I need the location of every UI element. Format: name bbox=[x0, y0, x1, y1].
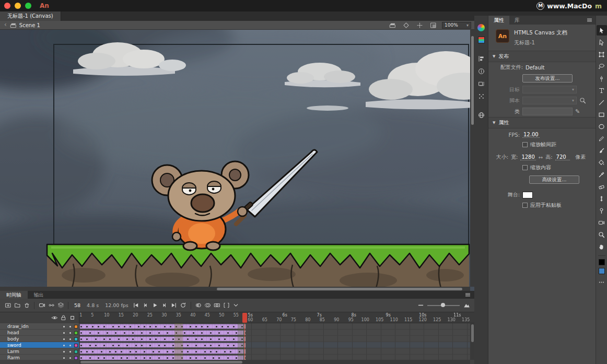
layer-Larm[interactable]: Larm bbox=[0, 348, 79, 355]
selection-tool[interactable] bbox=[597, 25, 607, 36]
scrollbar-thumb[interactable] bbox=[471, 324, 474, 342]
section-publish[interactable]: ▼ 发布 bbox=[488, 51, 596, 62]
onion-skin-button[interactable] bbox=[194, 301, 203, 310]
layer-frames-sword[interactable] bbox=[79, 342, 474, 348]
step-back-button[interactable] bbox=[141, 301, 150, 310]
layer-outline-color[interactable] bbox=[74, 350, 78, 354]
playhead-marker[interactable] bbox=[242, 313, 247, 323]
layer-frames-Larm[interactable] bbox=[79, 348, 474, 355]
tab-library[interactable]: 库 bbox=[509, 16, 525, 25]
panel-menu-icon[interactable] bbox=[586, 16, 593, 25]
tab-timeline[interactable]: 时间轴 bbox=[0, 291, 28, 299]
more-tools-button[interactable] bbox=[597, 277, 607, 287]
timeline-horizontal-scrollbar[interactable] bbox=[79, 360, 470, 364]
close-window-button[interactable] bbox=[4, 3, 10, 9]
back-icon[interactable]: ‹ bbox=[4, 21, 7, 28]
scrollbar-thumb[interactable] bbox=[471, 36, 474, 125]
profile-value[interactable]: Default bbox=[526, 65, 545, 71]
transform-panel-icon[interactable] bbox=[476, 78, 487, 89]
go-to-first-frame-button[interactable] bbox=[132, 301, 141, 310]
onion-skin-outlines-button[interactable] bbox=[203, 301, 213, 310]
layer-outline-color[interactable] bbox=[74, 337, 78, 341]
layer-outline-color[interactable] bbox=[74, 331, 78, 335]
layer-frames-draw_idn[interactable] bbox=[79, 323, 474, 330]
tab-output[interactable]: 输出 bbox=[28, 291, 50, 299]
delete-layer-button[interactable] bbox=[22, 301, 31, 310]
brush-tool[interactable] bbox=[597, 145, 607, 156]
layer-visibility-dot[interactable] bbox=[63, 345, 65, 346]
layer-lock-dot[interactable] bbox=[69, 351, 71, 353]
tween-span[interactable] bbox=[79, 343, 246, 348]
pen-tool[interactable] bbox=[597, 73, 607, 84]
step-forward-button[interactable] bbox=[160, 301, 169, 310]
asset-warp-tool[interactable] bbox=[597, 205, 607, 216]
layer-visibility-dot[interactable] bbox=[63, 357, 65, 359]
eraser-tool[interactable] bbox=[597, 181, 607, 192]
zoom-in-timeline-button[interactable] bbox=[462, 301, 471, 310]
stage-width-value[interactable]: 1280 bbox=[520, 154, 535, 160]
layer-head[interactable]: head bbox=[0, 330, 79, 336]
zoom-out-timeline-button[interactable] bbox=[416, 301, 425, 310]
new-layer-button[interactable] bbox=[3, 301, 13, 310]
color-panel-icon[interactable] bbox=[476, 22, 487, 33]
tween-span[interactable] bbox=[79, 324, 246, 329]
edit-multiple-frames-button[interactable] bbox=[213, 301, 222, 310]
script-select[interactable]: ▾ bbox=[522, 97, 577, 104]
apply-pasteboard-checkbox[interactable] bbox=[522, 203, 528, 208]
tween-span[interactable] bbox=[79, 336, 246, 342]
maximize-window-button[interactable] bbox=[25, 3, 31, 9]
snippets-panel-icon[interactable] bbox=[476, 91, 487, 102]
layer-lock-dot[interactable] bbox=[69, 326, 71, 327]
fps-value[interactable]: 12.00 bbox=[522, 132, 540, 138]
scale-content-checkbox[interactable] bbox=[522, 165, 528, 170]
layer-visibility-dot[interactable] bbox=[63, 338, 65, 340]
layer-lock-dot[interactable] bbox=[69, 357, 71, 359]
play-button[interactable] bbox=[150, 301, 160, 310]
layer-frames-Rarm[interactable] bbox=[79, 355, 474, 360]
scrollbar-thumb[interactable] bbox=[80, 361, 242, 363]
free-transform-tool[interactable] bbox=[597, 49, 607, 60]
minimize-window-button[interactable] bbox=[15, 3, 21, 9]
fill-color-chip[interactable] bbox=[599, 268, 605, 274]
rectangle-tool[interactable] bbox=[597, 109, 607, 120]
show-hide-all-icon[interactable] bbox=[51, 314, 58, 322]
layer-sword[interactable]: sword bbox=[0, 342, 79, 348]
pencil-tool[interactable] bbox=[597, 133, 607, 144]
stroke-color-chip[interactable] bbox=[599, 259, 605, 265]
stage-canvas[interactable] bbox=[0, 30, 474, 291]
show-parenting-button[interactable] bbox=[46, 301, 56, 310]
document-tab[interactable]: 无标题-1 (Canvas) bbox=[0, 11, 61, 21]
advanced-settings-button[interactable]: 高级设置... bbox=[529, 175, 579, 184]
target-select[interactable]: ▾ bbox=[522, 86, 577, 93]
new-folder-button[interactable] bbox=[13, 301, 22, 310]
scrollbar-thumb[interactable] bbox=[217, 288, 462, 290]
zoom-tool[interactable] bbox=[597, 229, 607, 240]
stage-color-swatch[interactable] bbox=[522, 192, 533, 198]
go-to-last-frame-button[interactable] bbox=[169, 301, 179, 310]
document-name[interactable]: 无标题-1 bbox=[514, 39, 567, 46]
eyedropper-tool[interactable] bbox=[597, 169, 607, 180]
paint-bucket-tool[interactable] bbox=[597, 157, 607, 168]
tween-span[interactable] bbox=[79, 330, 246, 335]
oval-tool[interactable] bbox=[597, 121, 607, 132]
timeline-menu-icon[interactable] bbox=[464, 291, 471, 299]
edit-scene-icon[interactable] bbox=[388, 20, 397, 30]
layer-outline-color[interactable] bbox=[74, 325, 78, 328]
timeline-ruler[interactable]: 15101520253035404550555s6s7s8s9s10s11s60… bbox=[0, 312, 474, 323]
layer-frames-head[interactable] bbox=[79, 330, 474, 336]
layer-lock-dot[interactable] bbox=[69, 345, 71, 346]
layer-body[interactable]: body bbox=[0, 336, 79, 342]
class-edit-icon[interactable]: ✎ bbox=[575, 108, 580, 115]
center-stage-icon[interactable] bbox=[415, 20, 424, 30]
clip-content-icon[interactable] bbox=[428, 20, 438, 30]
tween-span[interactable] bbox=[79, 355, 246, 360]
chevron-down-icon[interactable] bbox=[231, 301, 241, 310]
line-tool[interactable] bbox=[597, 97, 607, 108]
edit-symbols-icon[interactable] bbox=[401, 20, 411, 30]
layer-lock-dot[interactable] bbox=[69, 338, 71, 340]
timeline-zoom-slider[interactable] bbox=[427, 305, 460, 306]
lock-all-icon[interactable] bbox=[60, 314, 67, 322]
timeline-vertical-scrollbar[interactable] bbox=[470, 323, 474, 360]
canvas-horizontal-scrollbar[interactable] bbox=[0, 287, 470, 291]
loop-button[interactable] bbox=[179, 301, 188, 310]
